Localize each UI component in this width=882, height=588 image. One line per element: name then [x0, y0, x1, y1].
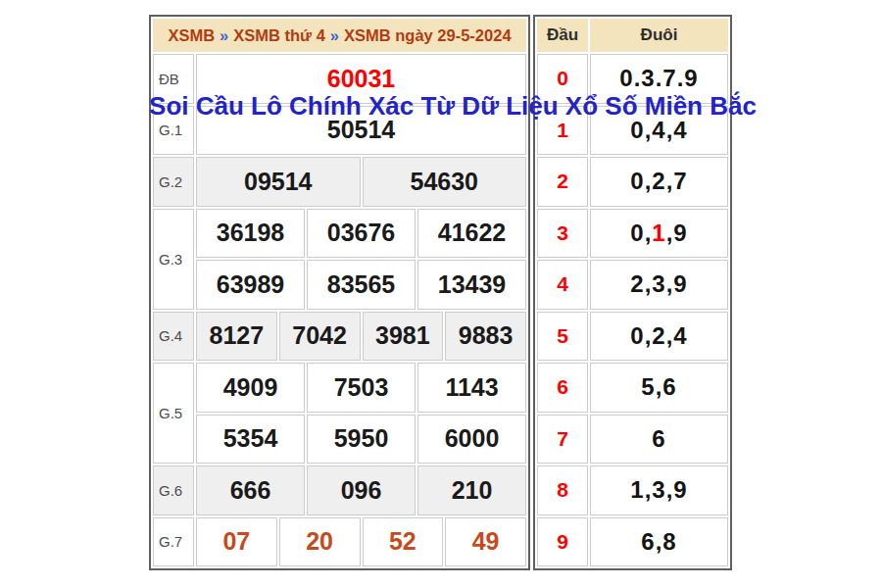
duoi-column-header: Đuôi	[590, 19, 728, 52]
prize-number: 7503	[307, 363, 416, 413]
dau-duoi-row: 20,2,7	[537, 157, 728, 207]
dau-digit: 2	[537, 157, 588, 207]
prize-row: G.6666096210	[153, 466, 526, 515]
dau-digit: 7	[537, 415, 588, 465]
prize-label: G.7	[153, 517, 194, 567]
prize-number: 8127	[196, 312, 277, 362]
dau-duoi-tbody: 00.3.7.910,4,420,2,730,1,942,3,950,2,465…	[537, 54, 728, 566]
breadcrumb: XSMB»XSMB thứ 4»XSMB ngày 29-5-2024	[153, 19, 526, 52]
dau-duoi-header-row: Đầu Đuôi	[537, 19, 728, 52]
prize-row: G.48127704239819883	[153, 312, 526, 362]
prize-number: 5354	[196, 415, 305, 465]
prize-label: G.3	[153, 209, 194, 310]
duoi-part: ,9	[666, 220, 688, 246]
dau-duoi-row: 76	[537, 415, 728, 465]
prize-number: 13439	[417, 260, 526, 310]
duoi-values: 0,1,9	[590, 209, 728, 259]
prize-number: 49	[445, 517, 526, 567]
dau-digit: 5	[537, 312, 588, 362]
prize-number: 54630	[363, 157, 527, 207]
breadcrumb-item[interactable]: XSMB thứ 4	[233, 26, 325, 44]
dau-duoi-row: 42,3,9	[537, 260, 728, 310]
prize-number: 52	[363, 517, 444, 567]
prize-number: 6000	[417, 415, 526, 465]
duoi-part: 0,	[630, 220, 652, 246]
duoi-part: 6	[652, 425, 665, 452]
prize-row: G.5490975031143	[153, 363, 526, 413]
duoi-highlight: 1	[652, 220, 665, 246]
prize-number: 9883	[445, 312, 526, 362]
prize-row: 535459506000	[153, 415, 526, 465]
dau-duoi-row: 81,3,9	[537, 466, 728, 515]
prize-number: 5950	[307, 415, 416, 465]
prize-label: G.6	[153, 466, 194, 515]
duoi-values: 0,2,4	[590, 312, 728, 362]
dau-digit: 9	[537, 517, 588, 567]
duoi-part: 0.3.7.9	[619, 65, 698, 91]
duoi-values: 6,8	[590, 517, 728, 567]
prize-label: G.2	[153, 157, 194, 207]
dau-duoi-row: 96,8	[537, 517, 728, 567]
duoi-part: 1,3,9	[630, 476, 687, 503]
duoi-values: 5,6	[590, 363, 728, 413]
dau-digit: 8	[537, 466, 588, 515]
duoi-part: 0,2,4	[630, 322, 687, 349]
dau-digit: 3	[537, 209, 588, 259]
prize-number: 41622	[417, 209, 526, 259]
prize-row: 639898356513439	[153, 260, 526, 310]
prize-row: G.707205249	[153, 517, 526, 567]
overlay-text: Soi Cầu Lô Chính Xác Từ Dữ Liệu Xổ Số Mi…	[0, 91, 882, 122]
duoi-values: 6	[590, 415, 728, 465]
duoi-values: 2,3,9	[590, 260, 728, 310]
duoi-part: 0,2,7	[630, 168, 687, 194]
prize-number: 07	[196, 517, 277, 567]
dau-duoi-row: 65,6	[537, 363, 728, 413]
breadcrumb-item[interactable]: XSMB ngày 29-5-2024	[344, 26, 512, 44]
prize-number: 210	[417, 466, 526, 515]
prize-number: 36198	[196, 209, 305, 259]
prize-label: G.5	[153, 363, 194, 464]
prize-number: 09514	[196, 157, 361, 207]
prize-row: G.3361980367641622	[153, 209, 526, 259]
breadcrumb-separator: »	[330, 26, 339, 44]
prize-number: 1143	[417, 363, 526, 413]
dau-column-header: Đầu	[537, 19, 588, 52]
dau-digit: 6	[537, 363, 588, 413]
duoi-values: 0,2,7	[590, 157, 728, 207]
prize-number: 666	[196, 466, 305, 515]
breadcrumb-separator: »	[220, 26, 228, 44]
results-tbody: ĐB60031G.150514G.20951454630G.3361980367…	[153, 54, 526, 566]
prize-number: 3981	[363, 312, 444, 362]
prize-number: 63989	[196, 260, 305, 310]
prize-number: 20	[279, 517, 361, 567]
dau-duoi-row: 50,2,4	[537, 312, 728, 362]
breadcrumb-row: XSMB»XSMB thứ 4»XSMB ngày 29-5-2024	[153, 19, 526, 52]
dau-digit: 4	[537, 260, 588, 310]
prize-row: G.20951454630	[153, 157, 526, 207]
breadcrumb-item[interactable]: XSMB	[168, 26, 215, 44]
prize-number: 4909	[196, 363, 305, 413]
duoi-values: 1,3,9	[590, 466, 728, 515]
prize-label: G.4	[153, 312, 194, 362]
duoi-part: 2,3,9	[630, 270, 687, 297]
prize-number: 096	[307, 466, 416, 515]
duoi-part: 6,8	[641, 528, 676, 555]
prize-number: 03676	[307, 209, 416, 259]
dau-duoi-row: 30,1,9	[537, 209, 728, 259]
duoi-part: 5,6	[641, 373, 676, 400]
prize-number: 7042	[279, 312, 361, 362]
prize-number: 83565	[307, 260, 416, 310]
